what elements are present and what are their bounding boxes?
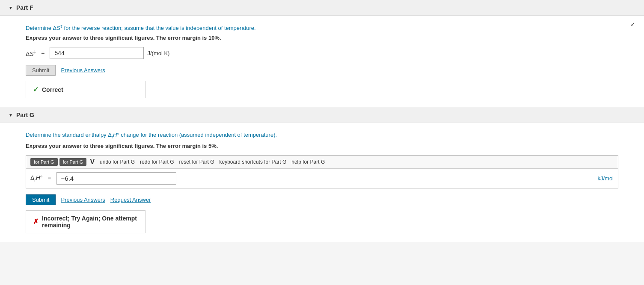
part-f-content: ✓ Determine ΔS‡ for the reverse reaction… — [0, 16, 644, 107]
toolbar-keyboard-btn[interactable]: keyboard shortcuts for Part G — [218, 158, 288, 166]
part-g-header: ▼ Part G — [0, 107, 644, 123]
part-g-input[interactable] — [56, 172, 176, 185]
part-g-result-text: Incorrect; Try Again; One attempt remain… — [42, 215, 138, 229]
part-g-toolbar: for Part G for Part G V undo for Part G … — [26, 156, 618, 169]
part-g-equals: = — [47, 175, 51, 182]
part-f-unit: J/(mol K) — [147, 50, 169, 56]
part-f-description: Determine ΔS‡ for the reverse reaction; … — [26, 24, 618, 31]
part-g-submit-row: Submit Previous Answers Request Answer — [26, 194, 618, 205]
part-f-chevron[interactable]: ▼ — [9, 6, 13, 10]
part-g-title: Part G — [16, 112, 34, 118]
toolbar-btn-for-part-g-2[interactable]: for Part G — [59, 158, 87, 166]
part-f-equals: = — [41, 50, 45, 56]
part-f-input[interactable] — [50, 47, 144, 59]
part-g-unit: kJ/mol — [597, 175, 614, 182]
part-g-input-wrapper: for Part G for Part G V undo for Part G … — [26, 155, 618, 188]
part-f-answer-row: ΔS‡ = J/(mol K) — [26, 47, 618, 59]
part-g-instruction: Express your answer to three significant… — [26, 143, 618, 149]
part-f-section: ▼ Part F ✓ Determine ΔS‡ for the reverse… — [0, 0, 644, 107]
part-g-chevron[interactable]: ▼ — [9, 113, 13, 118]
part-f-result-box: ✓ Correct — [26, 81, 145, 98]
toolbar-redo-btn[interactable]: redo for Part G — [138, 158, 175, 166]
part-f-previous-answers-button[interactable]: Previous Answers — [61, 67, 105, 73]
toolbar-btn-for-part-g-1[interactable]: for Part G — [30, 158, 58, 166]
part-g-previous-answers-button[interactable]: Previous Answers — [61, 197, 105, 203]
part-f-header: ▼ Part F — [0, 0, 644, 16]
part-f-submit-button[interactable]: Submit — [26, 65, 56, 76]
part-g-answer-label: ΔrH° — [30, 174, 42, 182]
toolbar-v-icon: V — [90, 158, 95, 166]
part-g-description: Determine the standard enthalpy ΔrH° cha… — [26, 132, 618, 139]
part-f-submit-row: Submit Previous Answers — [26, 65, 618, 76]
part-g-request-answer-button[interactable]: Request Answer — [110, 197, 151, 203]
part-g-x-icon: ✗ — [33, 217, 39, 226]
toolbar-undo-btn[interactable]: undo for Part G — [98, 158, 137, 166]
part-g-result-box: ✗ Incorrect; Try Again; One attempt rema… — [26, 210, 145, 233]
part-f-title: Part F — [16, 4, 33, 11]
part-g-submit-button[interactable]: Submit — [26, 194, 56, 205]
page-container: ▼ Part F ✓ Determine ΔS‡ for the reverse… — [0, 0, 644, 285]
part-g-input-row: ΔrH° = kJ/mol — [26, 169, 618, 188]
top-right-checkmark: ✓ — [630, 21, 635, 28]
toolbar-help-btn[interactable]: help for Part G — [290, 158, 326, 166]
toolbar-reset-btn[interactable]: reset for Part G — [177, 158, 216, 166]
part-f-check-icon: ✓ — [33, 85, 39, 94]
part-g-section: ▼ Part G Determine the standard enthalpy… — [0, 107, 644, 242]
part-f-instruction: Express your answer to three significant… — [26, 35, 618, 41]
part-g-content: Determine the standard enthalpy ΔrH° cha… — [0, 123, 644, 242]
part-f-result-text: Correct — [42, 86, 63, 93]
part-f-answer-label: ΔS‡ — [26, 50, 36, 57]
